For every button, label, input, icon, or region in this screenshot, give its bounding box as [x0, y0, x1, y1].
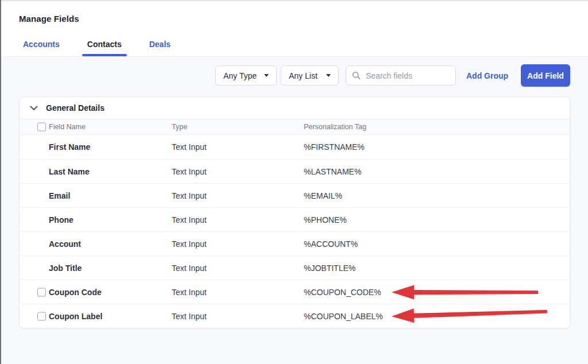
active-tab-underline [82, 54, 127, 56]
personalization-tag-text: %FIRSTNAME% [304, 142, 365, 152]
field-name-cell: Email [20, 191, 172, 200]
search-input[interactable] [366, 71, 446, 80]
table-row[interactable]: Job Title Text Input %JOBTITLE% [20, 255, 570, 280]
chevron-down-icon[interactable] [30, 106, 38, 111]
table-row[interactable]: Account Text Input %ACCOUNT% [20, 231, 570, 255]
search-field-container [346, 65, 456, 86]
table-row[interactable]: Coupon Code Text Input %COUPON_CODE% [20, 280, 570, 304]
select-all-checkbox[interactable] [37, 123, 46, 131]
tab-accounts-label: Accounts [23, 40, 60, 49]
screenshot-top-edge [0, 0, 588, 1]
table-row[interactable]: First Name Text Input %FIRSTNAME% [20, 135, 570, 159]
column-label-field-name: Field Name [49, 123, 86, 131]
row-checkbox[interactable] [37, 288, 46, 296]
table-row[interactable]: Email Text Input %EMAIL% [20, 183, 570, 207]
tab-contacts-label: Contacts [87, 40, 122, 49]
personalization-tag-cell: %JOBTITLE% [304, 264, 570, 273]
tab-accounts[interactable]: Accounts [23, 40, 60, 56]
page-header: Manage Fields Accounts Contacts Deals [0, 0, 588, 57]
table-row[interactable]: Phone Text Input %PHONE% [20, 207, 570, 231]
field-name-cell: First Name [20, 142, 172, 152]
personalization-tag-cell: %PHONE% [304, 215, 570, 224]
personalization-tag-text: %EMAIL% [304, 191, 342, 200]
screenshot-left-edge [0, 0, 1, 364]
tab-deals-label: Deals [149, 40, 171, 49]
chevron-down-icon [264, 74, 269, 77]
type-filter-dropdown[interactable]: Any Type [215, 65, 277, 86]
field-name-cell: Last Name [20, 167, 172, 176]
column-label-type: Type [172, 123, 304, 131]
field-type-text: Text Input [172, 288, 304, 297]
search-icon [352, 71, 361, 80]
field-name-text: First Name [49, 142, 90, 152]
personalization-tag-text: %COUPON_LABEL% [304, 312, 383, 321]
field-type-text: Text Input [172, 142, 304, 152]
annotation-arrow-icon [391, 303, 549, 325]
page-body: Any Type Any List Add Group Add Field Ge… [0, 57, 588, 364]
field-name-text: Coupon Label [49, 312, 102, 321]
personalization-tag-text: %PHONE% [304, 215, 347, 224]
field-name-cell: Coupon Code [20, 288, 172, 297]
field-type-text: Text Input [172, 264, 304, 273]
field-type-text: Text Input [172, 215, 304, 224]
type-filter-value: Any Type [223, 71, 257, 80]
list-filter-dropdown[interactable]: Any List [281, 65, 339, 86]
field-type-text: Text Input [172, 312, 304, 321]
personalization-tag-cell: %EMAIL% [304, 191, 570, 200]
personalization-tag-cell: %FIRSTNAME% [304, 142, 570, 152]
tab-contacts[interactable]: Contacts [87, 40, 122, 56]
table-body: First Name Text Input %FIRSTNAME% Last N… [20, 135, 570, 328]
add-field-button[interactable]: Add Field [521, 64, 570, 87]
group-header-general-details[interactable]: General Details [20, 97, 570, 119]
personalization-tag-cell: %LASTNAME% [304, 167, 570, 176]
column-header-field-name: Field Name [20, 123, 172, 131]
field-name-text: Email [49, 191, 70, 200]
field-name-text: Coupon Code [49, 288, 102, 297]
field-type-text: Text Input [172, 239, 304, 249]
field-name-text: Phone [49, 215, 74, 224]
personalization-tag-cell: %COUPON_CODE% [304, 288, 570, 297]
field-name-cell: Coupon Label [20, 312, 172, 321]
field-name-cell: Phone [20, 215, 172, 224]
personalization-tag-text: %ACCOUNT% [304, 239, 358, 249]
field-name-text: Account [49, 239, 81, 249]
tab-bar: Accounts Contacts Deals [23, 40, 171, 56]
personalization-tag-text: %JOBTITLE% [304, 264, 355, 273]
personalization-tag-text: %COUPON_CODE% [304, 288, 381, 297]
field-name-cell: Job Title [20, 264, 172, 273]
tab-deals[interactable]: Deals [149, 40, 171, 56]
row-checkbox[interactable] [37, 312, 46, 320]
chevron-down-icon [326, 74, 331, 77]
page-title: Manage Fields [19, 14, 79, 24]
personalization-tag-text: %LASTNAME% [304, 167, 361, 176]
annotation-arrow-icon [391, 284, 539, 301]
add-group-label: Add Group [466, 71, 508, 80]
field-name-cell: Account [20, 239, 172, 249]
personalization-tag-cell: %ACCOUNT% [304, 239, 570, 249]
table-row[interactable]: Coupon Label Text Input %COUPON_LABEL% [20, 304, 570, 328]
add-group-link[interactable]: Add Group [466, 65, 508, 86]
field-type-text: Text Input [172, 167, 304, 176]
fields-table-card: General Details Field Name Type Personal… [19, 96, 570, 328]
field-name-text: Last Name [49, 167, 90, 176]
table-column-header-row: Field Name Type Personalization Tag [20, 119, 570, 135]
list-filter-value: Any List [289, 71, 318, 80]
field-name-text: Job Title [49, 264, 82, 273]
personalization-tag-cell: %COUPON_LABEL% [304, 312, 570, 321]
field-type-text: Text Input [172, 191, 304, 200]
table-row[interactable]: Last Name Text Input %LASTNAME% [20, 159, 570, 183]
column-label-personalization-tag: Personalization Tag [304, 123, 570, 131]
group-title: General Details [46, 103, 105, 113]
